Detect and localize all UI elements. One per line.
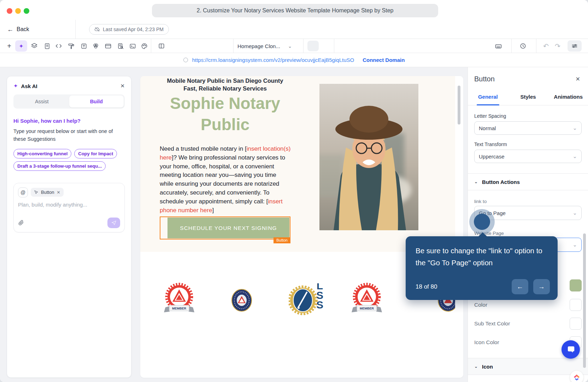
suggestion-high-converting-funnel[interactable]: High-converting funnel xyxy=(13,149,71,158)
toolbar-divider xyxy=(536,39,536,53)
paint-button[interactable] xyxy=(67,42,75,50)
text-transform-label: Text Transform xyxy=(474,141,507,147)
hero-photo[interactable] xyxy=(319,84,418,230)
chat-bubble-icon xyxy=(566,345,575,354)
code-button[interactable] xyxy=(54,42,63,50)
preview-url-bar: https://crm.loansigningsystem.com/v2/pre… xyxy=(0,53,588,67)
window-zoom-button[interactable] xyxy=(24,8,29,14)
text-box-icon xyxy=(81,43,87,50)
venn-circles-icon xyxy=(92,42,99,50)
ai-intro-text: Type your request below or start with on… xyxy=(13,128,125,143)
letter-spacing-select[interactable]: Normal ⌄ xyxy=(474,121,582,135)
page-selector-dropdown[interactable]: Homepage Clon... ⌄ xyxy=(237,41,292,51)
arrow-right-icon: → xyxy=(538,283,545,290)
form-button[interactable] xyxy=(43,42,51,50)
tooltip-caret xyxy=(478,232,487,237)
tab-build[interactable]: Build xyxy=(69,96,124,108)
sub-text-color-label: Sub Text Color xyxy=(474,320,510,327)
theme-button[interactable] xyxy=(140,42,148,50)
letter-spacing-label: Letter Spacing xyxy=(474,113,506,119)
last-saved-badge: Last saved Apr 04, 2:23 PM xyxy=(89,24,169,35)
icon-section-header[interactable]: ⌄ Icon xyxy=(468,358,588,375)
panels-button[interactable] xyxy=(157,42,166,50)
context-chip-label: Button xyxy=(41,190,54,195)
hero-eyebrow[interactable]: Mobile Notary Public in San Diego County… xyxy=(154,77,296,93)
card-button[interactable] xyxy=(104,42,112,50)
shapes-button[interactable] xyxy=(92,42,100,50)
window-close-button[interactable] xyxy=(7,8,12,14)
suggestion-followup-funnel[interactable]: Draft a 3-stage follow-up funnel sequ... xyxy=(13,161,106,171)
button-actions-section-header[interactable]: ⌄ Button Actions xyxy=(468,173,588,190)
redo-button[interactable]: ↷ xyxy=(553,42,562,50)
context-chip-button[interactable]: Button ✕ xyxy=(31,188,64,197)
schedule-signing-button[interactable]: SCHEDULE YOUR NEXT SIGNING xyxy=(167,218,289,238)
ai-assistant-button[interactable]: ✦ xyxy=(15,40,27,52)
window-minimize-button[interactable] xyxy=(15,8,21,14)
history-button[interactable] xyxy=(519,42,527,50)
mobile-view-button[interactable] xyxy=(321,41,332,51)
color-swatch[interactable] xyxy=(570,299,582,311)
page-selector-value: Homepage Clon... xyxy=(237,43,280,49)
text-button[interactable] xyxy=(80,42,88,50)
tab-styles[interactable]: Styles xyxy=(508,88,548,105)
chevron-down-icon: ⌄ xyxy=(572,125,577,131)
tab-general[interactable]: General xyxy=(468,88,508,105)
svg-text:MEMBER: MEMBER xyxy=(172,307,186,310)
tour-prev-button[interactable]: ← xyxy=(512,279,528,294)
ai-greeting: Hi Sophie, how can I help? xyxy=(13,118,125,124)
connect-domain-link[interactable]: Connect Domain xyxy=(363,57,405,63)
undo-icon: ↶ xyxy=(543,42,549,50)
at-icon: @ xyxy=(20,190,25,195)
hero-paragraph[interactable]: Need a trusted mobile notary in [insert … xyxy=(160,145,291,215)
mobile-icon xyxy=(323,43,330,49)
clickup-chevrons-icon xyxy=(573,373,581,382)
preview-scrollbar-gutter xyxy=(455,76,463,378)
chevron-down-icon: ⌄ xyxy=(288,44,292,49)
text-transform-select[interactable]: Uppercase ⌄ xyxy=(474,150,582,163)
background-color-swatch[interactable] xyxy=(570,279,582,291)
send-prompt-button[interactable] xyxy=(107,218,120,228)
paperclip-icon[interactable] xyxy=(18,220,24,226)
settings-sliders-button[interactable] xyxy=(568,40,582,52)
svg-text:LSS: LSS xyxy=(314,283,326,308)
tour-next-button[interactable]: → xyxy=(533,279,550,294)
website-preview: Mobile Notary Public in San Diego County… xyxy=(140,76,463,378)
toolbar-divider xyxy=(233,39,234,53)
undo-button[interactable]: ↶ xyxy=(542,42,550,50)
inspector-title: Button xyxy=(474,75,495,83)
ai-prompt-input[interactable]: @ Button ✕ Plan, build, modify anything.… xyxy=(13,183,125,232)
preview-scrollbar[interactable] xyxy=(458,86,460,125)
certified-signing-agent-badge xyxy=(230,288,253,314)
sparkles-icon: ✦ xyxy=(19,43,23,50)
macos-titlebar: 2. Customize Your Notary Services Websit… xyxy=(0,0,588,20)
hero-heading[interactable]: Sophie Notary Public xyxy=(151,93,299,135)
toolbar-divider xyxy=(511,39,512,53)
add-element-button[interactable]: + xyxy=(5,42,13,50)
shortcuts-button[interactable] xyxy=(494,42,502,50)
preview-url-link[interactable]: https://crm.loansigningsystem.com/v2/pre… xyxy=(192,57,354,63)
terminal-icon xyxy=(129,43,136,50)
terminal-button[interactable] xyxy=(128,42,137,50)
woman-in-hat-image xyxy=(319,84,418,230)
desktop-view-button[interactable] xyxy=(307,41,319,51)
suggestion-copy-for-impact[interactable]: Copy for Impact xyxy=(74,149,117,158)
layers-button[interactable] xyxy=(30,42,39,50)
toolbar-divider xyxy=(151,39,151,53)
inspector-scrollbar[interactable] xyxy=(583,233,586,368)
clickup-logo[interactable] xyxy=(570,371,583,382)
ask-ai-close-icon[interactable]: ✕ xyxy=(120,83,125,89)
arrow-left-icon: ← xyxy=(517,283,523,290)
app-window: 2. Customize Your Notary Services Websit… xyxy=(0,0,588,382)
tab-assist[interactable]: Assist xyxy=(14,96,69,108)
inspector-close-icon[interactable]: ✕ xyxy=(576,76,580,82)
back-button[interactable]: ← Back xyxy=(7,25,29,34)
page-search-button[interactable] xyxy=(116,42,125,50)
desktop-icon xyxy=(310,42,317,50)
chip-remove-icon[interactable]: ✕ xyxy=(57,190,60,195)
ai-sparkles-icon: ✦ xyxy=(13,83,18,89)
sub-text-color-swatch[interactable] xyxy=(570,318,582,330)
tab-animations[interactable]: Animations xyxy=(548,88,588,105)
chat-widget-button[interactable] xyxy=(561,340,580,359)
code-icon xyxy=(55,42,62,50)
mention-button[interactable]: @ xyxy=(18,187,28,197)
